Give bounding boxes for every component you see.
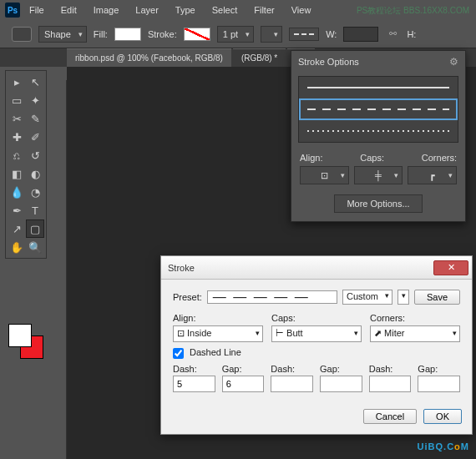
link-wh-icon[interactable]: ⚯ bbox=[385, 27, 400, 42]
preset-dropdown[interactable]: Custom bbox=[342, 290, 392, 305]
dash3-input[interactable] bbox=[369, 376, 412, 392]
width-field[interactable] bbox=[343, 27, 378, 42]
dlg-align-value: Inside bbox=[187, 328, 211, 338]
fill-label: Fill: bbox=[94, 29, 108, 39]
caps-icon: ⊢ bbox=[276, 328, 284, 338]
close-button[interactable]: ✕ bbox=[433, 260, 468, 275]
dlg-corners-dropdown[interactable]: ⬈ Miter bbox=[370, 325, 460, 342]
preset-label: Preset: bbox=[173, 292, 202, 302]
eyedropper-tool[interactable]: ✚ bbox=[8, 128, 26, 146]
stroke-label: Stroke: bbox=[148, 29, 177, 39]
menu-select[interactable]: Select bbox=[205, 2, 246, 18]
menu-view[interactable]: View bbox=[284, 2, 319, 18]
toolbox: ▸↖ ▭✦ ✂✎ ✚✐ ⎌↺ ◧◐ 💧◔ ✒T ↗▢ ✋🔍 bbox=[5, 70, 47, 259]
document-tab-active[interactable]: ribbon.psd @ 100% (Facebook, RGB/8) bbox=[67, 48, 231, 67]
more-options-button[interactable]: More Options... bbox=[334, 194, 422, 213]
dlg-align-label: Align: bbox=[173, 313, 263, 323]
stroke-style-dropdown[interactable] bbox=[289, 28, 319, 41]
menu-file[interactable]: File bbox=[22, 2, 52, 18]
dash2-input[interactable] bbox=[271, 376, 313, 392]
stroke-style-dashed[interactable] bbox=[299, 98, 458, 120]
wm-text: o bbox=[454, 441, 461, 451]
brush-tool[interactable]: ✐ bbox=[26, 128, 44, 146]
dashed-line-label: Dashed Line bbox=[190, 347, 241, 357]
corners-dropdown[interactable]: ┏ bbox=[408, 166, 457, 184]
align-dropdown[interactable]: ⊡ bbox=[300, 166, 349, 184]
gap2-input[interactable] bbox=[320, 376, 362, 392]
type-tool[interactable]: T bbox=[26, 201, 44, 219]
corners-label: Corners: bbox=[422, 153, 457, 163]
options-bar: Shape Fill: Stroke: 1 pt W: ⚯ H: bbox=[0, 20, 476, 48]
dialog-title: Stroke bbox=[168, 263, 195, 273]
document-tab-2[interactable]: (RGB/8) * bbox=[233, 48, 286, 67]
stroke-style-solid[interactable] bbox=[299, 77, 458, 98]
foreground-color-swatch[interactable] bbox=[8, 324, 32, 347]
ok-button[interactable]: OK bbox=[423, 409, 462, 424]
pen-tool[interactable]: ✒ bbox=[8, 201, 26, 219]
stroke-style-dotted[interactable] bbox=[299, 120, 458, 142]
preset-preview: — — — — — bbox=[207, 290, 337, 304]
menu-edit[interactable]: Edit bbox=[53, 2, 84, 18]
watermark-bottom: UiBQ.CoM bbox=[418, 436, 469, 454]
caps-dropdown[interactable]: ╪ bbox=[354, 166, 403, 184]
move-tool[interactable]: ↖ bbox=[26, 73, 44, 91]
shape-tool[interactable]: ▢ bbox=[26, 219, 44, 238]
stroke-dialog: Stroke ✕ Preset: — — — — — Custom Save A… bbox=[160, 255, 473, 435]
popover-title: Stroke Options bbox=[298, 57, 359, 67]
align-icon: ⊡ bbox=[177, 328, 185, 338]
dlg-align-dropdown[interactable]: ⊡ Inside bbox=[173, 325, 263, 342]
gradient-tool[interactable]: ◐ bbox=[26, 164, 44, 183]
gear-icon[interactable]: ⚙ bbox=[449, 56, 458, 68]
menu-type[interactable]: Type bbox=[168, 2, 203, 18]
save-button[interactable]: Save bbox=[414, 290, 460, 305]
dlg-caps-label: Caps: bbox=[271, 313, 362, 323]
gap3-input[interactable] bbox=[418, 376, 460, 392]
history-tool[interactable]: ↺ bbox=[26, 146, 44, 164]
gap1-input[interactable] bbox=[222, 376, 265, 392]
dlg-corners-label: Corners: bbox=[370, 313, 460, 323]
menu-filter[interactable]: Filter bbox=[246, 2, 281, 18]
dlg-corners-value: Miter bbox=[384, 328, 404, 338]
blur-tool[interactable]: 💧 bbox=[8, 183, 26, 201]
width-label: W: bbox=[326, 29, 337, 39]
app-logo: Ps bbox=[5, 3, 20, 18]
dash2-label: Dash: bbox=[271, 364, 313, 374]
stamp-tool[interactable]: ⎌ bbox=[8, 146, 26, 164]
preset-dropdown-arrow[interactable] bbox=[398, 290, 409, 305]
dash3-label: Dash: bbox=[369, 364, 412, 374]
path-tool[interactable]: ↗ bbox=[8, 219, 26, 238]
dlg-caps-dropdown[interactable]: ⊢ Butt bbox=[271, 325, 362, 342]
dodge-tool[interactable]: ◔ bbox=[26, 183, 44, 201]
dash1-input[interactable] bbox=[173, 376, 215, 392]
shape-mode-dropdown[interactable]: Shape bbox=[38, 26, 87, 43]
fill-swatch[interactable] bbox=[114, 28, 141, 41]
tool-collapse-icon[interactable]: ▸ bbox=[8, 73, 26, 91]
wand-tool[interactable]: ✂ bbox=[8, 109, 26, 128]
stroke-options-popover: Stroke Options ⚙ Align: Caps: Corners: ⊡… bbox=[291, 50, 466, 222]
crop-tool[interactable]: ✎ bbox=[26, 109, 44, 128]
menu-layer[interactable]: Layer bbox=[128, 2, 166, 18]
dashed-line-checkbox[interactable] bbox=[173, 348, 184, 359]
caps-label: Caps: bbox=[360, 153, 384, 163]
dlg-caps-value: Butt bbox=[286, 328, 303, 338]
tool-preset-icon[interactable] bbox=[12, 27, 32, 42]
hand-tool[interactable]: ✋ bbox=[8, 238, 26, 256]
corners-icon: ⬈ bbox=[374, 328, 382, 338]
stroke-swatch[interactable] bbox=[184, 28, 210, 41]
wm-text: M bbox=[461, 441, 469, 451]
watermark-top: PS教程论坛 BBS.16XX8.COM bbox=[357, 5, 469, 17]
menu-image[interactable]: Image bbox=[86, 2, 127, 18]
wm-text: UiBQ.C bbox=[418, 441, 455, 451]
lasso-tool[interactable]: ✦ bbox=[26, 91, 44, 109]
zoom-tool[interactable]: 🔍 bbox=[26, 238, 44, 256]
stroke-width-stepper[interactable] bbox=[261, 26, 282, 43]
color-swatches[interactable] bbox=[8, 324, 43, 359]
cancel-button[interactable]: Cancel bbox=[363, 409, 417, 424]
gap1-label: Gap: bbox=[222, 364, 265, 374]
ruler-vertical bbox=[53, 80, 67, 459]
height-label: H: bbox=[407, 29, 416, 39]
stroke-width-dropdown[interactable]: 1 pt bbox=[217, 26, 254, 43]
marquee-tool[interactable]: ▭ bbox=[8, 91, 26, 109]
dash1-label: Dash: bbox=[173, 364, 215, 374]
eraser-tool[interactable]: ◧ bbox=[8, 164, 26, 183]
